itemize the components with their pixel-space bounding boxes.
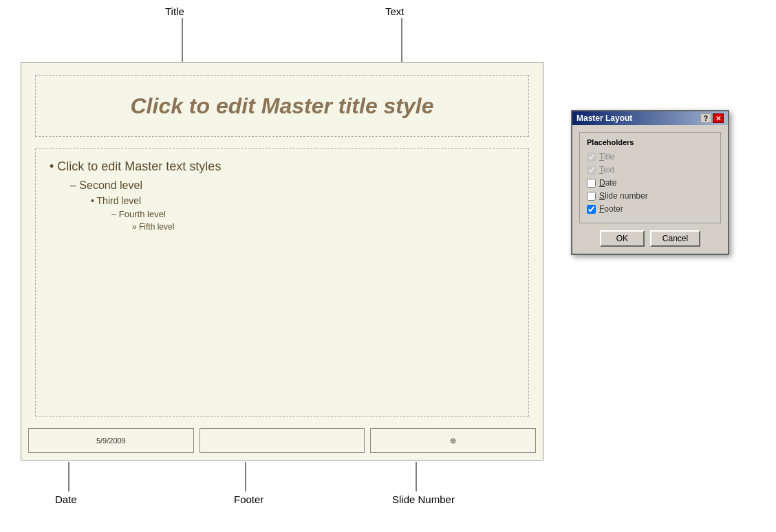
checkbox-date[interactable] <box>587 179 596 188</box>
slide-area: Click to edit Master title style Click t… <box>21 62 543 461</box>
dialog-title-buttons: ? ✕ <box>700 113 724 123</box>
footer-box <box>200 428 365 453</box>
content-level1: Click to edit Master text styles <box>50 159 515 174</box>
slide-number-box: ⊕ <box>370 428 536 453</box>
slide-title-box[interactable]: Click to edit Master title style <box>35 75 529 137</box>
date-label: Date <box>55 494 77 505</box>
checkbox-row-text: Text <box>587 165 713 175</box>
date-box: 5/9/2009 <box>28 428 194 453</box>
checkbox-slide-number[interactable] <box>587 192 596 201</box>
slide-content-text: Click to edit Master text styles Second … <box>50 159 515 232</box>
dialog-body: Placeholders Title Text Date Slide numbe… <box>572 125 728 254</box>
checkbox-row-slide-number: Slide number <box>587 191 713 201</box>
checkbox-row-title: Title <box>587 152 713 162</box>
master-layout-dialog: Master Layout ? ✕ Placeholders Title Tex… <box>571 110 729 255</box>
cancel-button[interactable]: Cancel <box>650 230 700 247</box>
dialog-title: Master Layout <box>576 113 632 123</box>
date-value: 5/9/2009 <box>96 436 126 445</box>
placeholders-group: Placeholders Title Text Date Slide numbe… <box>579 132 721 223</box>
dialog-buttons: OK Cancel <box>579 230 721 247</box>
checkbox-title[interactable] <box>587 153 596 162</box>
text-label: Text <box>385 5 405 17</box>
checkbox-title-label: Title <box>599 152 614 162</box>
checkbox-row-date: Date <box>587 178 713 188</box>
checkbox-row-footer: Footer <box>587 204 713 214</box>
slide-footer-area: 5/9/2009 ⊕ <box>28 428 536 453</box>
help-button[interactable]: ? <box>700 113 711 123</box>
ok-button[interactable]: OK <box>600 230 645 247</box>
content-level4: Fourth level <box>111 209 515 219</box>
footer-label: Footer <box>234 494 263 505</box>
slide-title-text: Click to edit Master title style <box>130 93 433 119</box>
slide-number-value: ⊕ <box>450 436 456 445</box>
content-level5: Fifth level <box>132 222 515 232</box>
content-level2: Second level <box>70 179 515 192</box>
placeholders-label: Placeholders <box>587 138 713 146</box>
title-label: Title <box>165 5 184 17</box>
close-button[interactable]: ✕ <box>713 113 724 123</box>
checkbox-slide-number-label: Slide number <box>599 191 648 201</box>
slide-number-label: Slide Number <box>392 494 455 505</box>
content-level3: Third level <box>91 195 515 206</box>
dialog-titlebar: Master Layout ? ✕ <box>572 111 728 125</box>
checkbox-date-label: Date <box>599 178 616 188</box>
checkbox-text[interactable] <box>587 166 596 175</box>
checkbox-footer[interactable] <box>587 205 596 214</box>
slide-content-box[interactable]: Click to edit Master text styles Second … <box>35 148 529 417</box>
checkbox-text-label: Text <box>599 165 614 175</box>
checkbox-footer-label: Footer <box>599 204 623 214</box>
